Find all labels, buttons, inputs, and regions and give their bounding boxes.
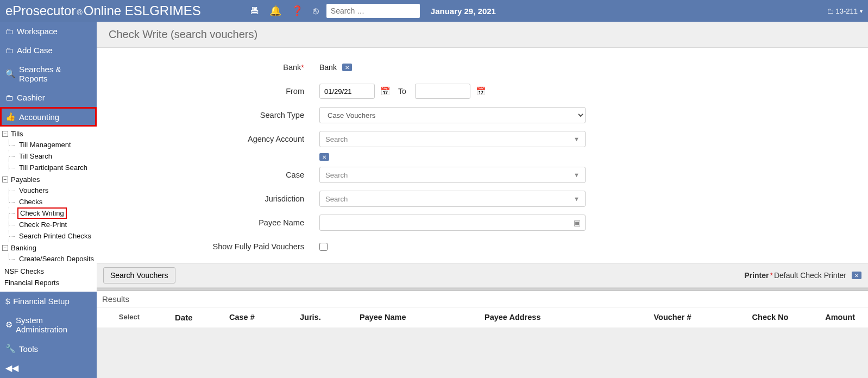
open-case-tag[interactable]: 🗀 13-211 ▾ [827,7,863,15]
brand: eProsecutor® Online ESLGRIMES [5,3,201,18]
tree-item-till-search[interactable]: Till Search [9,150,95,162]
sidebar-collapse-button[interactable]: ◀◀ [0,358,97,377]
tree-item-check-writing[interactable]: Check Writing [9,207,95,219]
payee-name-input-wrapper: ▣ [319,215,586,231]
sidebar-item-searches[interactable]: 🔍 Searches & Reports [0,60,97,88]
sidebar-item-tools[interactable]: 🔧 Tools [0,339,97,358]
col-date: Date [173,313,227,322]
combo-placeholder: Search [325,135,348,143]
header-icon-group: 🖶 🔔 ❓ ⎋ [250,5,319,17]
col-payee: Payee Name [357,313,482,322]
sidebar-item-accounting[interactable]: 👍 Accounting [0,107,97,127]
col-select: Select [97,313,162,322]
main-content: Check Write (search vouchers) Bank* Bank… [97,22,868,378]
calendar-icon[interactable]: 📅 [380,86,391,96]
sidebar-item-system-admin[interactable]: ⚙ System Administration [0,311,97,339]
tree-item-till-management[interactable]: Till Management [9,139,95,150]
sidebar-item-label: Tools [19,344,38,354]
label-jurisdiction: Jurisdiction [97,194,319,203]
tree-item-vouchers[interactable]: Vouchers [9,185,95,196]
sidebar-item-label: Financial Setup [13,297,69,306]
case-combo[interactable]: Search ▼ [319,167,586,183]
from-date-input[interactable] [319,84,375,99]
collapse-icon: − [2,177,8,182]
tree-item-check-reprint[interactable]: Check Re-Print [9,219,95,230]
help-icon[interactable]: ❓ [291,5,303,17]
printer-value: Default Check Printer [774,271,846,280]
chevron-down-icon: ▾ [860,8,863,14]
show-fully-paid-checkbox[interactable] [319,243,328,251]
label-agency-account: Agency Account [97,135,319,143]
required-marker: * [301,63,304,72]
sidebar-item-workspace[interactable]: 🗀 Workspace [0,22,97,41]
case-tag-label: 13-211 [836,7,858,15]
jurisdiction-combo[interactable]: Search ▼ [319,191,586,207]
sidebar-item-label: Add Case [17,46,53,55]
results-title: Results [97,291,868,307]
brand-suffix: Online ESLGRIMES [84,3,201,18]
col-juris: Juris. [298,313,357,322]
results-header-row: Select Date Case # Juris. Payee Name Pay… [97,307,868,328]
clear-agency-button[interactable]: ✕ [319,153,329,161]
sidebar-item-add-case[interactable]: 🗀 Add Case [0,41,97,60]
tree-group-tills[interactable]: −Tills [2,129,95,139]
col-checkno: Check No [721,313,819,322]
dollar-icon: $ [5,297,10,306]
search-icon: 🔍 [5,69,16,79]
combo-placeholder: Search [325,195,348,203]
col-caseno: Case # [227,313,298,322]
collapse-icon: − [2,245,8,251]
tree-item-nsf-checks[interactable]: NSF Checks [2,266,95,277]
tree-item-financial-reports[interactable]: Financial Reports [2,277,95,288]
collapse-icon: − [2,131,8,137]
print-icon[interactable]: 🖶 [250,5,260,17]
label-bank: Bank [283,63,301,72]
search-vouchers-button[interactable]: Search Vouchers [103,267,175,284]
search-type-select[interactable]: Case Vouchers [319,107,586,123]
sidebar-item-label: Accounting [19,112,59,122]
tree-group-payables[interactable]: −Payables [2,174,95,185]
sidebar-item-financial-setup[interactable]: $ Financial Setup [0,292,97,311]
sidebar-item-label: Searches & Reports [19,65,91,83]
tree-group-banking[interactable]: −Banking [2,243,95,253]
required-marker: * [770,271,772,280]
global-search-input[interactable] [326,4,420,18]
to-date-input[interactable] [415,84,470,99]
payee-name-input[interactable] [325,215,580,230]
chevron-down-icon: ▼ [574,136,580,142]
folder-icon: 🗀 [5,27,14,36]
folder-icon: 🗀 [5,93,14,102]
col-voucher: Voucher # [624,313,721,322]
combo-placeholder: Search [325,171,348,179]
agency-account-combo[interactable]: Search ▼ [319,131,586,147]
col-addr: Payee Address [482,313,624,322]
logout-icon[interactable]: ⎋ [313,5,319,17]
label-to: To [398,87,406,96]
action-bar: Search Vouchers Printer* Default Check P… [97,263,868,288]
col-amount: Amount [819,313,868,322]
label-search-type: Search Type [97,111,319,119]
wrench-icon: 🔧 [5,344,16,354]
sidebar-item-label: System Administration [16,316,91,334]
clear-printer-button[interactable]: ✕ [852,272,861,279]
bell-icon[interactable]: 🔔 [269,5,281,17]
chevron-down-icon: ▼ [574,172,580,178]
tree-item-create-search-deposits[interactable]: Create/Search Deposits [9,253,95,264]
clear-bank-button[interactable]: ✕ [342,64,352,71]
printer-block: Printer* Default Check Printer ✕ [744,271,861,280]
tree-item-search-printed-checks[interactable]: Search Printed Checks [9,230,95,242]
brand-registered: ® [77,8,82,17]
tree-item-checks[interactable]: Checks [9,196,95,207]
bank-value: Bank [319,63,337,72]
global-search [326,4,420,18]
folder-icon: 🗀 [827,7,834,15]
tree-item-till-participant-search[interactable]: Till Participant Search [9,162,95,173]
label-case: Case [97,171,319,179]
calendar-icon[interactable]: 📅 [476,86,486,96]
folder-plus-icon: 🗀 [5,46,14,55]
label-printer: Printer [744,271,769,280]
contact-icon[interactable]: ▣ [574,218,581,227]
label-payee-name: Payee Name [97,218,319,227]
sidebar-item-cashier[interactable]: 🗀 Cashier [0,88,97,107]
brand-prefix: eProsecutor [5,3,76,18]
